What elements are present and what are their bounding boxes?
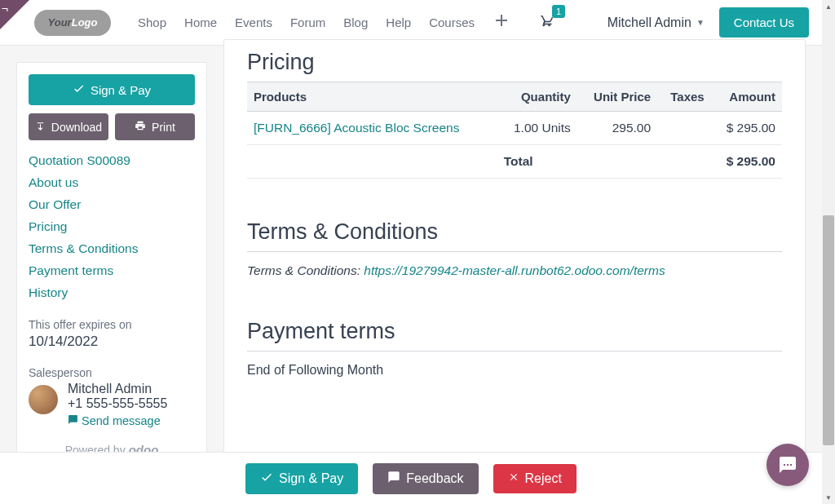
download-icon	[35, 121, 46, 134]
expires-value: 10/14/2022	[29, 334, 195, 350]
divider	[247, 251, 782, 252]
comment-icon	[387, 471, 400, 487]
cell-amount: $ 295.00	[711, 112, 782, 145]
scrollbar-track[interactable]	[822, 13, 835, 491]
send-message-label: Send message	[82, 414, 161, 427]
svg-point-2	[542, 24, 545, 27]
cart-button[interactable]: 1	[537, 13, 554, 32]
check-icon	[260, 471, 273, 487]
user-menu-dropdown[interactable]: Mitchell Admin ▼	[607, 15, 705, 30]
close-icon	[508, 471, 519, 486]
scrollbar-thumb[interactable]	[823, 215, 834, 445]
reject-label: Reject	[525, 471, 562, 486]
download-button[interactable]: Download	[29, 113, 108, 140]
brand-corner-flag	[0, 0, 29, 29]
bottom-action-bar: Sign & Pay Feedback Reject	[0, 452, 822, 504]
cart-count-badge: 1	[552, 5, 565, 18]
sidebar: Sign & Pay Download Print Quotation S	[16, 62, 207, 462]
bottom-sign-pay-label: Sign & Pay	[279, 471, 343, 486]
send-message-link[interactable]: Send message	[68, 414, 161, 427]
bottom-sign-pay-button[interactable]: Sign & Pay	[245, 463, 358, 494]
nav-blog[interactable]: Blog	[336, 11, 375, 34]
feedback-button[interactable]: Feedback	[373, 463, 478, 494]
check-icon	[73, 82, 85, 97]
salesperson-avatar	[29, 385, 58, 414]
add-menu-icon[interactable]	[485, 14, 518, 31]
sign-pay-label: Sign & Pay	[91, 83, 151, 97]
cell-unit-price: 295.00	[577, 112, 657, 145]
expires-label: This offer expires on	[29, 318, 195, 331]
sidebar-link-quotation[interactable]: Quotation S00089	[29, 153, 195, 168]
caret-down-icon: ▼	[696, 18, 705, 27]
livechat-button[interactable]	[767, 444, 809, 486]
nav-shop[interactable]: Shop	[130, 11, 174, 34]
sidebar-link-terms[interactable]: Terms & Conditions	[29, 241, 195, 256]
th-amount: Amount	[711, 82, 782, 112]
product-link[interactable]: [FURN_6666] Acoustic Bloc Screens	[254, 121, 459, 135]
nav-events[interactable]: Events	[228, 11, 280, 34]
th-quantity: Quantity	[497, 82, 577, 112]
chat-icon	[778, 455, 797, 475]
divider	[247, 351, 782, 351]
scroll-down-icon[interactable]: ▼	[822, 491, 835, 504]
nav-help[interactable]: Help	[378, 11, 418, 34]
svg-rect-1	[496, 20, 507, 21]
feedback-label: Feedback	[406, 471, 463, 486]
payment-terms-text: End of Following Month	[247, 363, 782, 378]
comment-icon	[68, 414, 78, 427]
cell-taxes	[657, 112, 711, 145]
print-icon	[135, 120, 146, 134]
contact-us-button[interactable]: Contact Us	[719, 7, 809, 38]
salesperson-phone: +1 555-555-5555	[68, 396, 167, 411]
sidebar-link-pricing[interactable]: Pricing	[29, 219, 195, 234]
salesperson-label: Salesperson	[29, 366, 195, 379]
main-nav: Shop Home Events Forum Blog Help Courses	[130, 11, 518, 34]
salesperson-name: Mitchell Admin	[68, 382, 167, 396]
pricing-title: Pricing	[247, 50, 782, 75]
nav-courses[interactable]: Courses	[422, 11, 482, 34]
scroll-up-icon[interactable]: ▲	[822, 0, 835, 13]
th-taxes: Taxes	[657, 82, 711, 112]
terms-title: Terms & Conditions	[247, 219, 782, 245]
sidebar-link-offer[interactable]: Our Offer	[29, 197, 195, 212]
payment-terms-title: Payment terms	[247, 319, 782, 344]
terms-link[interactable]: https://19279942-master-all.runbot62.odo…	[364, 263, 665, 277]
reject-button[interactable]: Reject	[493, 464, 577, 493]
terms-prefix: Terms & Conditions:	[247, 263, 364, 277]
brand-logo[interactable]: YourLogo	[34, 10, 111, 36]
main-content: Pricing Products Quantity Unit Price Tax…	[223, 39, 806, 462]
download-label: Download	[51, 121, 102, 134]
pricing-table: Products Quantity Unit Price Taxes Amoun…	[247, 82, 782, 179]
page-scrollbar[interactable]: ▲ ▼	[822, 0, 835, 504]
th-products: Products	[247, 82, 497, 112]
print-button[interactable]: Print	[115, 113, 195, 140]
sidebar-link-about[interactable]: About us	[29, 175, 195, 190]
svg-point-3	[548, 24, 550, 27]
terms-line: Terms & Conditions: https://19279942-mas…	[247, 263, 782, 278]
sidebar-link-payment[interactable]: Payment terms	[29, 263, 195, 278]
nav-home[interactable]: Home	[177, 11, 224, 34]
th-unit-price: Unit Price	[577, 82, 657, 112]
total-amount: $ 295.00	[711, 145, 782, 179]
cell-quantity: 1.00 Units	[497, 112, 577, 145]
user-name: Mitchell Admin	[607, 15, 691, 30]
sidebar-link-history[interactable]: History	[29, 285, 195, 300]
total-label: Total	[497, 145, 577, 179]
print-label: Print	[152, 121, 175, 134]
total-row: Total $ 295.00	[247, 145, 782, 179]
table-row: [FURN_6666] Acoustic Bloc Screens 1.00 U…	[247, 112, 782, 145]
sign-pay-button[interactable]: Sign & Pay	[29, 74, 195, 105]
salesperson-block: Mitchell Admin +1 555-555-5555 Send mess…	[29, 382, 195, 428]
nav-forum[interactable]: Forum	[283, 11, 333, 34]
